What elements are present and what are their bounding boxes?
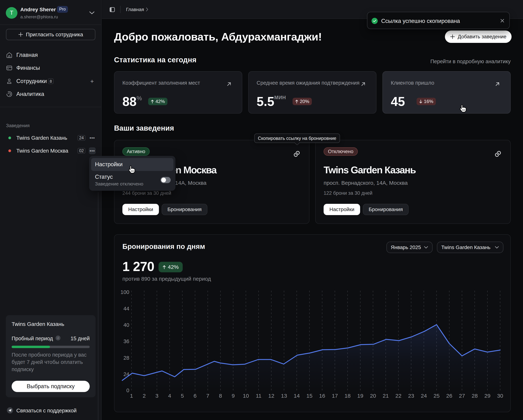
svg-text:100: 100 (121, 289, 129, 295)
svg-text:28: 28 (123, 355, 129, 361)
svg-text:28: 28 (472, 393, 478, 399)
svg-text:25: 25 (433, 393, 440, 399)
svg-text:26: 26 (446, 393, 452, 399)
svg-text:6: 6 (194, 393, 197, 399)
svg-text:29: 29 (484, 393, 490, 399)
svg-text:23: 23 (408, 393, 414, 399)
svg-text:22: 22 (395, 393, 401, 399)
svg-text:3: 3 (155, 393, 159, 399)
svg-text:36: 36 (123, 338, 129, 344)
svg-text:7: 7 (206, 393, 209, 399)
svg-text:9: 9 (232, 393, 235, 399)
svg-text:24: 24 (421, 393, 427, 399)
svg-text:19: 19 (357, 393, 363, 399)
svg-text:14: 14 (294, 393, 300, 399)
svg-text:1: 1 (130, 393, 133, 399)
svg-text:21: 21 (383, 393, 389, 399)
svg-text:12: 12 (268, 393, 274, 399)
svg-text:11: 11 (256, 393, 261, 399)
svg-text:15: 15 (306, 393, 312, 399)
svg-text:20: 20 (370, 393, 376, 399)
svg-text:27: 27 (459, 393, 465, 399)
svg-text:5: 5 (181, 393, 184, 399)
svg-text:18: 18 (344, 393, 351, 399)
svg-text:4: 4 (168, 393, 171, 399)
svg-text:17: 17 (332, 393, 338, 399)
svg-text:40: 40 (123, 322, 129, 328)
svg-text:8: 8 (219, 393, 222, 399)
svg-text:16: 16 (319, 393, 325, 399)
svg-text:2: 2 (143, 393, 146, 399)
svg-text:30: 30 (497, 393, 503, 399)
svg-text:44: 44 (123, 306, 129, 312)
svg-text:10: 10 (243, 393, 249, 399)
svg-text:13: 13 (281, 393, 287, 399)
